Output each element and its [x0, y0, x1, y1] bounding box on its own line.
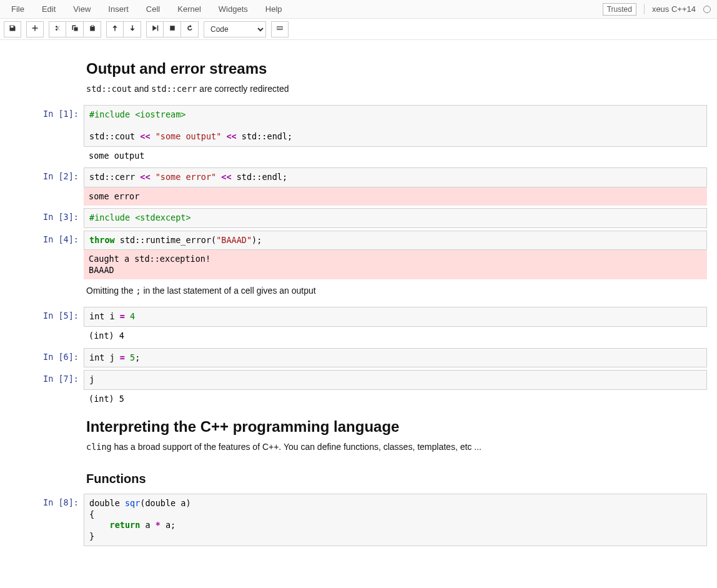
kernel-indicator-icon[interactable]	[703, 6, 711, 13]
move-up-button[interactable]	[106, 21, 124, 37]
toolbar: Code	[0, 19, 717, 40]
code-cell[interactable]: In [2]: std::cerr << "some error" << std…	[10, 167, 707, 206]
move-down-button[interactable]	[124, 21, 141, 37]
restart-button[interactable]	[181, 21, 199, 37]
code-input[interactable]: int j = 5;	[84, 348, 707, 368]
prompt-empty: .	[10, 463, 84, 491]
heading-functions: Functions	[86, 472, 705, 486]
code-cell[interactable]: In [5]: int i = 4 (int) 4	[10, 307, 707, 345]
prompt: In [4]:	[10, 231, 84, 280]
inline-code: cling	[86, 442, 112, 452]
prompt: In [5]:	[10, 307, 84, 345]
markdown-paragraph: Omitting the ; in the last statement of …	[86, 286, 705, 296]
paste-icon	[89, 24, 96, 34]
plus-icon	[31, 24, 39, 34]
code-input[interactable]: j	[84, 370, 707, 390]
code-input[interactable]: int i = 4	[84, 307, 707, 327]
markdown-paragraph: std::cout and std::cerr are correctly re…	[86, 84, 705, 94]
prompt: In [7]:	[10, 370, 84, 408]
inline-code: std::cout	[86, 84, 132, 94]
menu-edit[interactable]: Edit	[33, 1, 64, 17]
code-input[interactable]: double sqr(double a) { return a * a; }	[84, 494, 707, 546]
add-group	[26, 21, 44, 37]
prompt-empty: .	[10, 282, 84, 304]
markdown-body: Omitting the ; in the last statement of …	[84, 282, 707, 304]
run-button[interactable]	[146, 21, 164, 37]
markdown-body: Functions	[84, 463, 707, 491]
prompt: In [3]:	[10, 208, 84, 228]
prompt-empty: .	[10, 411, 84, 461]
markdown-cell[interactable]: . Interpreting the C++ programming langu…	[10, 411, 707, 461]
command-palette-button[interactable]	[271, 21, 289, 37]
inline-code: ;	[136, 286, 141, 296]
paste-button[interactable]	[84, 21, 101, 37]
prompt: In [1]:	[10, 105, 84, 165]
menu-cell[interactable]: Cell	[137, 1, 169, 17]
prompt-empty: .	[10, 52, 84, 102]
prompt: In [6]:	[10, 348, 84, 368]
menu-insert[interactable]: Insert	[99, 1, 137, 17]
save-button[interactable]	[4, 21, 21, 37]
cut-button[interactable]	[49, 21, 66, 37]
save-icon	[9, 24, 16, 34]
code-input[interactable]: throw std::runtime_error("BAAAD");	[84, 231, 707, 251]
copy-icon	[71, 24, 79, 34]
output-stdout: (int) 5	[84, 390, 707, 409]
menubar-left: File Edit View Insert Cell Kernel Widget…	[2, 1, 291, 17]
code-cell[interactable]: In [8]: double sqr(double a) { return a …	[10, 494, 707, 546]
kernel-name[interactable]: xeus C++14	[652, 4, 696, 14]
run-group	[146, 21, 199, 37]
cmd-group	[271, 21, 289, 37]
menubar: File Edit View Insert Cell Kernel Widget…	[0, 0, 717, 19]
menubar-right: Trusted xeus C++14	[603, 3, 715, 16]
menu-view[interactable]: View	[64, 1, 99, 17]
restart-icon	[186, 24, 194, 34]
code-cell[interactable]: In [6]: int j = 5;	[10, 348, 707, 368]
markdown-body: Interpreting the C++ programming languag…	[84, 411, 707, 461]
edit-group	[49, 21, 101, 37]
menu-help[interactable]: Help	[257, 1, 291, 17]
markdown-body: Output and error streams std::cout and s…	[84, 52, 707, 102]
output-stderr: some error	[84, 187, 707, 206]
stop-icon	[169, 24, 176, 34]
scissors-icon	[54, 24, 61, 34]
code-cell[interactable]: In [1]: #include <iostream> std::cout <<…	[10, 105, 707, 165]
move-group	[106, 21, 141, 37]
arrow-down-icon	[129, 24, 136, 34]
code-input[interactable]: #include <stdexcept>	[84, 208, 707, 228]
markdown-paragraph: cling has a broad support of the feature…	[86, 442, 705, 452]
heading-interpreting: Interpreting the C++ programming languag…	[86, 418, 705, 436]
code-cell[interactable]: In [7]: j (int) 5	[10, 370, 707, 408]
notebook: . Output and error streams std::cout and…	[0, 40, 717, 569]
code-input[interactable]: #include <iostream> std::cout << "some o…	[84, 105, 707, 147]
save-group	[4, 21, 21, 37]
insert-cell-button[interactable]	[26, 21, 44, 37]
code-input[interactable]: std::cerr << "some error" << std::endl;	[84, 167, 707, 187]
menu-file[interactable]: File	[2, 1, 33, 17]
code-cell[interactable]: In [3]: #include <stdexcept>	[10, 208, 707, 228]
heading-output-streams: Output and error streams	[86, 60, 705, 77]
markdown-cell[interactable]: . Omitting the ; in the last statement o…	[10, 282, 707, 304]
interrupt-button[interactable]	[164, 21, 181, 37]
copy-button[interactable]	[66, 21, 84, 37]
keyboard-icon	[276, 24, 284, 34]
menu-kernel[interactable]: Kernel	[169, 1, 210, 17]
output-stdout: some output	[84, 147, 707, 166]
trusted-badge[interactable]: Trusted	[603, 3, 636, 16]
code-cell[interactable]: In [4]: throw std::runtime_error("BAAAD"…	[10, 231, 707, 280]
output-stderr: Caught a std::exception! BAAAD	[84, 250, 707, 279]
prompt: In [2]:	[10, 167, 84, 206]
output-stdout: (int) 4	[84, 327, 707, 346]
markdown-cell[interactable]: . Functions	[10, 463, 707, 491]
inline-code: std::cerr	[151, 84, 197, 94]
kernel-separator	[644, 4, 645, 14]
menu-widgets[interactable]: Widgets	[210, 1, 257, 17]
run-icon	[151, 24, 159, 34]
prompt: In [8]:	[10, 494, 84, 546]
cell-type-select[interactable]: Code	[204, 21, 266, 37]
arrow-up-icon	[111, 24, 119, 34]
markdown-cell[interactable]: . Output and error streams std::cout and…	[10, 52, 707, 102]
